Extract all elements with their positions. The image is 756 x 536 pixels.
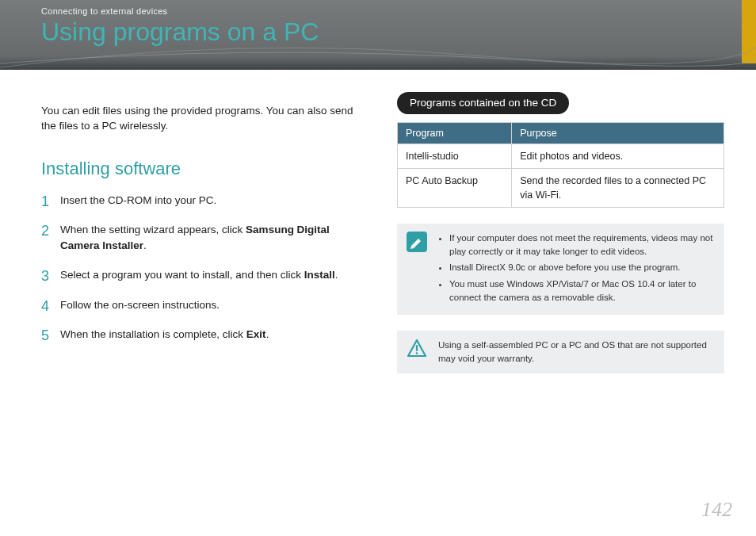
breadcrumb: Connecting to external devices: [41, 6, 756, 16]
table-cell: Send the recorded files to a connected P…: [512, 168, 724, 207]
warning-text: Using a self-assembled PC or a PC and OS…: [438, 339, 715, 365]
note-icon: [407, 232, 427, 252]
table-cell: Intelli-studio: [398, 144, 512, 168]
step-text: Insert the CD-ROM into your PC.: [60, 194, 216, 206]
note-item: You must use Windows XP/Vista/7 or Mac O…: [449, 278, 715, 304]
step-4: Follow the on-screen instructions.: [41, 297, 368, 313]
step-bold: Exit: [246, 328, 266, 340]
left-column: You can edit files using the provided pr…: [41, 92, 368, 373]
content-area: You can edit files using the provided pr…: [0, 70, 756, 373]
table-header: Program: [398, 122, 512, 144]
note-item: If your computer does not meet the requi…: [449, 232, 715, 258]
programs-table: Program Purpose Intelli-studio Edit phot…: [397, 122, 724, 209]
warning-icon: [407, 339, 427, 359]
intro-text: You can edit files using the provided pr…: [41, 103, 368, 134]
header-swoosh: [0, 44, 756, 71]
step-text: When the setting wizard appears, click: [60, 224, 246, 235]
note-callout: If your computer does not meet the requi…: [397, 224, 724, 315]
table-cell: Edit photos and videos.: [512, 144, 724, 168]
note-item: Install DirectX 9.0c or above before you…: [449, 261, 715, 274]
table-header: Purpose: [512, 122, 724, 144]
section-heading: Installing software: [41, 156, 368, 182]
pill-heading: Programs contained on the CD: [397, 92, 569, 114]
page-title: Using programs on a PC: [41, 17, 756, 47]
step-1: Insert the CD-ROM into your PC.: [41, 193, 368, 209]
step-text: Select a program you want to install, an…: [60, 269, 304, 281]
warning-callout: Using a self-assembled PC or a PC and OS…: [397, 331, 724, 373]
svg-point-2: [416, 353, 418, 355]
step-suffix: .: [335, 269, 338, 281]
step-2: When the setting wizard appears, click S…: [41, 222, 368, 253]
right-column: Programs contained on the CD Program Pur…: [397, 92, 724, 373]
table-row: PC Auto Backup Send the recorded files t…: [398, 168, 724, 207]
step-3: Select a program you want to install, an…: [41, 267, 368, 283]
step-suffix: .: [143, 239, 147, 251]
install-steps: Insert the CD-ROM into your PC. When the…: [41, 193, 368, 343]
note-list: If your computer does not meet the requi…: [438, 232, 715, 307]
step-suffix: .: [266, 328, 269, 340]
table-cell: PC Auto Backup: [398, 168, 512, 207]
table-header-row: Program Purpose: [398, 122, 724, 144]
step-bold: Install: [304, 269, 335, 281]
step-text: When the installation is complete, click: [60, 328, 246, 340]
page-header: Connecting to external devices Using pro…: [0, 0, 756, 70]
step-5: When the installation is complete, click…: [41, 327, 368, 343]
page-number: 142: [701, 498, 732, 522]
table-row: Intelli-studio Edit photos and videos.: [398, 144, 724, 168]
header-accent: [742, 0, 756, 63]
step-text: Follow the on-screen instructions.: [60, 299, 220, 311]
